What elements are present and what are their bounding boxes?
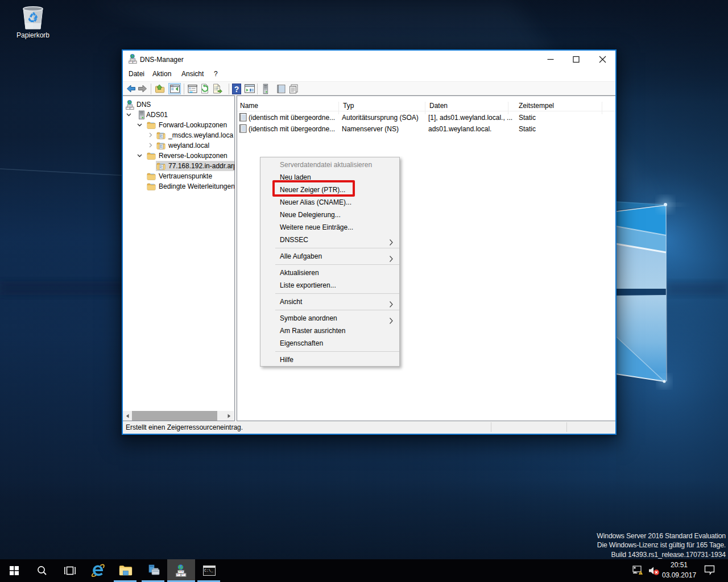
- svg-text:?: ?: [234, 85, 239, 94]
- svg-text:C:\_: C:\_: [204, 569, 213, 573]
